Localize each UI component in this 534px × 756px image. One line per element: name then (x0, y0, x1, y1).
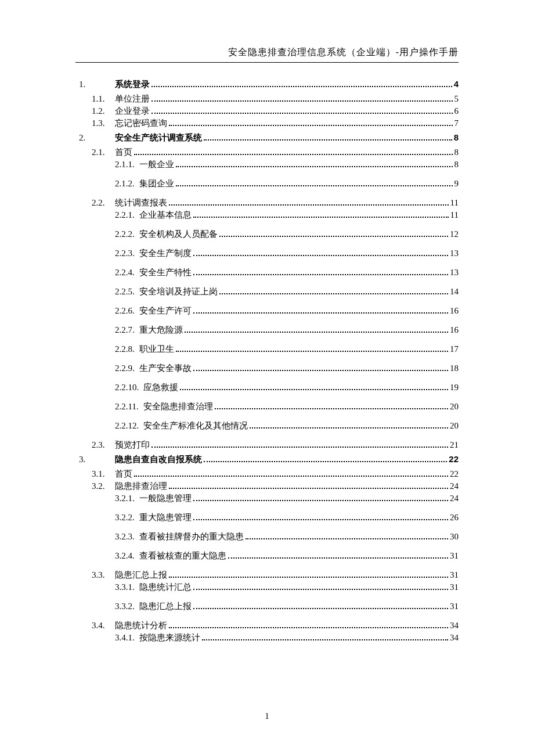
toc-leader-dots (193, 308, 448, 314)
toc-entry-page: 12 (450, 229, 459, 239)
toc-entry-number: 3.2.3. (115, 532, 135, 542)
toc-entry: 3.1.首页22 (75, 469, 459, 480)
toc-entry: 3.2.隐患排查治理24 (75, 481, 459, 492)
toc-entry-page: 9 (454, 179, 459, 189)
toc-entry: 2.2.2.安全机构及人员配备12 (75, 229, 459, 240)
toc-entry-number: 2.1.1. (115, 160, 135, 170)
toc-entry-label: 按隐患来源统计 (139, 632, 200, 643)
toc-leader-dots (193, 269, 448, 275)
toc-entry-number: 2.2.5. (115, 287, 135, 297)
toc-entry: 2.2.11.安全隐患排查治理20 (75, 401, 459, 412)
toc-entry-page: 8 (454, 160, 459, 170)
toc-leader-dots (250, 423, 448, 429)
toc-gap (75, 279, 459, 285)
toc-gap (75, 260, 459, 266)
toc-entry-label: 隐患排查治理 (115, 481, 167, 492)
toc-entry-number: 3.2.2. (115, 513, 135, 523)
toc-entry: 2.2.4.安全生产特性13 (75, 267, 459, 278)
toc-entry-number: 2.2.2. (115, 229, 135, 239)
toc-leader-dots (193, 584, 448, 590)
toc-entry: 1.1.单位注册5 (75, 93, 459, 105)
toc-leader-dots (246, 534, 448, 539)
toc-entry-label: 安全培训及持证上岗 (139, 286, 218, 297)
toc-entry: 3.2.3.查看被挂牌督办的重大隐患30 (75, 531, 459, 542)
toc-gap (75, 241, 459, 247)
toc-leader-dots (180, 384, 448, 390)
toc-entry-label: 集团企业 (139, 178, 174, 189)
toc-entry-label: 系统登录 (115, 79, 150, 90)
toc-entry-page: 18 (450, 363, 459, 373)
toc-entry: 2.2.3.安全生产制度13 (75, 248, 459, 259)
toc-entry: 2.2.统计调查报表11 (75, 197, 459, 208)
toc-entry: 1.系统登录4 (75, 79, 459, 90)
toc-entry-number: 3.4.1. (115, 633, 135, 643)
toc-entry: 3.4.1.按隐患来源统计34 (75, 632, 459, 643)
toc-leader-dots (151, 96, 453, 102)
toc-entry: 2.2.8.职业卫生17 (75, 344, 459, 355)
toc-gap (75, 190, 459, 196)
toc-gap (75, 356, 459, 362)
toc-entry-page: 4 (454, 79, 459, 89)
toc-entry-number: 2.1. (92, 147, 113, 157)
toc-entry-number: 2.2.9. (115, 363, 135, 373)
toc-entry: 2.2.6.安全生产许可16 (75, 305, 459, 316)
toc-entry-page: 11 (450, 210, 459, 220)
toc-entry-page: 5 (454, 94, 459, 104)
toc-entry: 2.1.2.集团企业9 (75, 178, 459, 189)
toc-entry-number: 3.2.1. (115, 494, 135, 503)
toc-entry: 2.2.5.安全培训及持证上岗14 (75, 286, 459, 297)
toc-entry-number: 2.2.3. (115, 249, 135, 258)
toc-leader-dots (193, 603, 448, 609)
toc-leader-dots (151, 81, 452, 87)
toc-leader-dots (202, 635, 448, 640)
toc-entry: 3.3.隐患汇总上报31 (75, 570, 459, 581)
toc-entry-number: 1.3. (92, 118, 113, 128)
toc-entry-label: 统计调查报表 (115, 197, 167, 208)
toc-gap (75, 222, 459, 228)
toc-leader-dots (193, 365, 448, 371)
toc-leader-dots (193, 514, 448, 520)
toc-entry-number: 2.2.8. (115, 344, 135, 354)
table-of-contents: 1.系统登录41.1.单位注册51.2.企业登录61.3.忘记密码查询72.安全… (75, 79, 459, 643)
toc-gap (75, 433, 459, 438)
toc-entry-number: 2.1.2. (115, 179, 135, 189)
toc-entry-page: 34 (450, 621, 459, 631)
toc-entry: 2.安全生产统计调查系统8 (75, 132, 459, 143)
toc-entry: 2.2.1.企业基本信息11 (75, 210, 459, 221)
toc-entry-page: 11 (450, 198, 459, 208)
toc-entry: 1.2.企业登录6 (75, 106, 459, 117)
toc-leader-dots (169, 622, 448, 628)
toc-leader-dots (215, 404, 448, 409)
toc-gap (75, 337, 459, 343)
page-number: 1 (0, 711, 534, 721)
toc-leader-dots (134, 149, 453, 155)
toc-entry-label: 一般隐患管理 (139, 493, 192, 504)
toc-entry-page: 8 (454, 132, 459, 142)
toc-gap (75, 318, 459, 323)
toc-entry-label: 生产安全事故 (139, 363, 192, 374)
toc-entry-label: 重大隐患管理 (139, 512, 192, 523)
toc-entry-number: 3.3.2. (115, 602, 135, 611)
toc-leader-dots (219, 289, 448, 294)
toc-entry-label: 隐患汇总上报 (115, 570, 167, 581)
toc-entry-label: 安全生产特性 (139, 267, 192, 278)
toc-entry-page: 20 (450, 402, 459, 412)
toc-gap (75, 413, 459, 419)
toc-entry-label: 安全生产制度 (139, 248, 192, 259)
toc-gap (75, 543, 459, 549)
toc-entry-page: 16 (450, 306, 459, 316)
toc-entry-number: 3.3. (92, 570, 113, 580)
toc-entry-label: 隐患统计汇总 (139, 582, 192, 593)
toc-entry-number: 3.4. (92, 621, 113, 631)
toc-entry-label: 应急救援 (143, 382, 178, 393)
toc-entry-page: 16 (450, 325, 459, 335)
toc-entry: 2.1.1.一般企业8 (75, 159, 459, 170)
toc-entry-page: 22 (449, 454, 459, 464)
toc-gap (75, 171, 459, 177)
toc-entry: 2.2.9.生产安全事故18 (75, 363, 459, 374)
toc-entry-label: 安全生产标准化及其他情况 (143, 420, 248, 431)
toc-leader-dots (219, 231, 448, 237)
toc-leader-dots (169, 572, 448, 578)
toc-entry: 2.2.10.应急救援19 (75, 382, 459, 393)
toc-entry-page: 31 (450, 602, 459, 611)
